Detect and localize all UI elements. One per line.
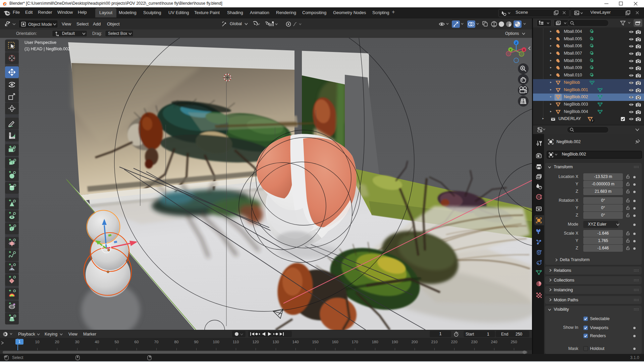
svg-text:Z: Z — [515, 41, 517, 45]
svg-text:X: X — [523, 48, 525, 52]
svg-text:Y: Y — [509, 48, 512, 52]
svg-text:2: 2 — [592, 119, 593, 122]
svg-text:(1) HEAD | NegBlob.002: (1) HEAD | NegBlob.002 — [24, 47, 70, 51]
svg-text:User Perspective: User Perspective — [24, 40, 56, 45]
